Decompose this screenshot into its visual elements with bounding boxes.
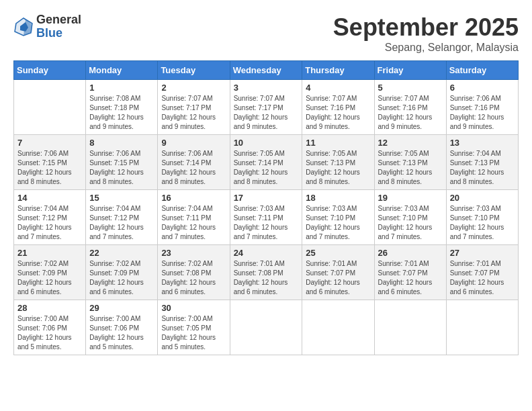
day-number: 11 [306, 138, 370, 148]
calendar-cell: 8Sunrise: 7:06 AMSunset: 7:15 PMDaylight… [86, 135, 158, 190]
month-title: September 2025 [333, 13, 519, 42]
weekday-header-friday: Friday [374, 61, 446, 80]
calendar-week-5: 28Sunrise: 7:00 AMSunset: 7:06 PMDayligh… [14, 300, 519, 355]
calendar-cell: 20Sunrise: 7:03 AMSunset: 7:10 PMDayligh… [446, 190, 518, 245]
calendar-cell: 21Sunrise: 7:02 AMSunset: 7:09 PMDayligh… [14, 245, 86, 300]
day-number: 15 [89, 193, 154, 203]
day-number: 30 [161, 303, 226, 313]
day-number: 22 [89, 248, 154, 258]
calendar-cell [374, 300, 446, 355]
day-number: 14 [17, 193, 82, 203]
day-info: Sunrise: 7:05 AMSunset: 7:13 PMDaylight:… [378, 149, 443, 187]
calendar-cell: 30Sunrise: 7:00 AMSunset: 7:05 PMDayligh… [158, 300, 230, 355]
day-info: Sunrise: 7:06 AMSunset: 7:15 PMDaylight:… [89, 149, 154, 187]
day-number: 27 [450, 248, 515, 258]
day-number: 29 [89, 303, 154, 313]
day-info: Sunrise: 7:04 AMSunset: 7:11 PMDaylight:… [161, 204, 226, 242]
day-number: 8 [89, 138, 154, 148]
day-number: 25 [306, 248, 370, 258]
day-info: Sunrise: 7:06 AMSunset: 7:15 PMDaylight:… [17, 149, 82, 187]
calendar-cell: 1Sunrise: 7:08 AMSunset: 7:18 PMDaylight… [86, 80, 158, 135]
day-info: Sunrise: 7:02 AMSunset: 7:09 PMDaylight:… [89, 259, 154, 297]
day-info: Sunrise: 7:03 AMSunset: 7:10 PMDaylight:… [450, 204, 515, 242]
day-number: 1 [89, 83, 154, 93]
day-info: Sunrise: 7:00 AMSunset: 7:05 PMDaylight:… [161, 314, 226, 352]
day-number: 13 [450, 138, 515, 148]
calendar-cell: 2Sunrise: 7:07 AMSunset: 7:17 PMDaylight… [158, 80, 230, 135]
calendar-cell: 28Sunrise: 7:00 AMSunset: 7:06 PMDayligh… [14, 300, 86, 355]
day-number: 28 [17, 303, 82, 313]
day-number: 2 [161, 83, 226, 93]
day-number: 3 [234, 83, 299, 93]
calendar-cell: 26Sunrise: 7:01 AMSunset: 7:07 PMDayligh… [374, 245, 446, 300]
calendar-week-1: 1Sunrise: 7:08 AMSunset: 7:18 PMDaylight… [14, 80, 519, 135]
day-info: Sunrise: 7:04 AMSunset: 7:12 PMDaylight:… [17, 204, 82, 242]
day-info: Sunrise: 7:03 AMSunset: 7:10 PMDaylight:… [306, 204, 370, 242]
logo-blue: Blue [36, 27, 81, 40]
weekday-header-sunday: Sunday [14, 61, 86, 80]
calendar-cell: 13Sunrise: 7:04 AMSunset: 7:13 PMDayligh… [446, 135, 518, 190]
calendar-week-3: 14Sunrise: 7:04 AMSunset: 7:12 PMDayligh… [14, 190, 519, 245]
calendar-cell: 24Sunrise: 7:01 AMSunset: 7:08 PMDayligh… [230, 245, 302, 300]
calendar-cell: 25Sunrise: 7:01 AMSunset: 7:07 PMDayligh… [302, 245, 374, 300]
calendar-cell: 19Sunrise: 7:03 AMSunset: 7:10 PMDayligh… [374, 190, 446, 245]
title-area: September 2025 Sepang, Selangor, Malaysi… [333, 13, 519, 54]
location-title: Sepang, Selangor, Malaysia [333, 42, 519, 54]
calendar-cell: 16Sunrise: 7:04 AMSunset: 7:11 PMDayligh… [158, 190, 230, 245]
day-number: 18 [306, 193, 370, 203]
calendar-cell: 7Sunrise: 7:06 AMSunset: 7:15 PMDaylight… [14, 135, 86, 190]
day-number: 24 [234, 248, 299, 258]
day-number: 4 [306, 83, 370, 93]
calendar-cell [230, 300, 302, 355]
calendar-cell: 6Sunrise: 7:06 AMSunset: 7:16 PMDaylight… [446, 80, 518, 135]
calendar-cell: 9Sunrise: 7:06 AMSunset: 7:14 PMDaylight… [158, 135, 230, 190]
day-number: 10 [234, 138, 299, 148]
day-info: Sunrise: 7:07 AMSunset: 7:17 PMDaylight:… [234, 94, 299, 132]
calendar-cell: 11Sunrise: 7:05 AMSunset: 7:13 PMDayligh… [302, 135, 374, 190]
day-info: Sunrise: 7:01 AMSunset: 7:07 PMDaylight:… [450, 259, 515, 297]
day-number: 19 [378, 193, 443, 203]
day-info: Sunrise: 7:06 AMSunset: 7:14 PMDaylight:… [161, 149, 226, 187]
day-info: Sunrise: 7:01 AMSunset: 7:07 PMDaylight:… [306, 259, 370, 297]
calendar-cell [302, 300, 374, 355]
day-number: 5 [378, 83, 443, 93]
weekday-header-row: SundayMondayTuesdayWednesdayThursdayFrid… [14, 61, 519, 80]
calendar-cell: 23Sunrise: 7:02 AMSunset: 7:08 PMDayligh… [158, 245, 230, 300]
logo-icon [13, 17, 34, 37]
day-info: Sunrise: 7:01 AMSunset: 7:07 PMDaylight:… [378, 259, 443, 297]
calendar-cell: 17Sunrise: 7:03 AMSunset: 7:11 PMDayligh… [230, 190, 302, 245]
day-number: 6 [450, 83, 515, 93]
day-info: Sunrise: 7:02 AMSunset: 7:09 PMDaylight:… [17, 259, 82, 297]
day-info: Sunrise: 7:00 AMSunset: 7:06 PMDaylight:… [17, 314, 82, 352]
day-number: 17 [234, 193, 299, 203]
weekday-header-monday: Monday [86, 61, 158, 80]
day-info: Sunrise: 7:04 AMSunset: 7:12 PMDaylight:… [89, 204, 154, 242]
day-info: Sunrise: 7:02 AMSunset: 7:08 PMDaylight:… [161, 259, 226, 297]
day-info: Sunrise: 7:00 AMSunset: 7:06 PMDaylight:… [89, 314, 154, 352]
calendar-cell: 29Sunrise: 7:00 AMSunset: 7:06 PMDayligh… [86, 300, 158, 355]
day-info: Sunrise: 7:07 AMSunset: 7:17 PMDaylight:… [161, 94, 226, 132]
calendar-cell: 27Sunrise: 7:01 AMSunset: 7:07 PMDayligh… [446, 245, 518, 300]
calendar-cell: 12Sunrise: 7:05 AMSunset: 7:13 PMDayligh… [374, 135, 446, 190]
calendar-week-2: 7Sunrise: 7:06 AMSunset: 7:15 PMDaylight… [14, 135, 519, 190]
day-number: 26 [378, 248, 443, 258]
day-number: 7 [17, 138, 82, 148]
page-header: General Blue September 2025 Sepang, Sela… [13, 13, 519, 54]
calendar-body: 1Sunrise: 7:08 AMSunset: 7:18 PMDaylight… [14, 80, 519, 355]
day-number: 23 [161, 248, 226, 258]
calendar-cell: 10Sunrise: 7:05 AMSunset: 7:14 PMDayligh… [230, 135, 302, 190]
day-info: Sunrise: 7:03 AMSunset: 7:11 PMDaylight:… [234, 204, 299, 242]
calendar-cell: 15Sunrise: 7:04 AMSunset: 7:12 PMDayligh… [86, 190, 158, 245]
calendar-table: SundayMondayTuesdayWednesdayThursdayFrid… [13, 60, 519, 355]
day-info: Sunrise: 7:04 AMSunset: 7:13 PMDaylight:… [450, 149, 515, 187]
day-info: Sunrise: 7:05 AMSunset: 7:13 PMDaylight:… [306, 149, 370, 187]
day-info: Sunrise: 7:07 AMSunset: 7:16 PMDaylight:… [378, 94, 443, 132]
weekday-header-thursday: Thursday [302, 61, 374, 80]
weekday-header-wednesday: Wednesday [230, 61, 302, 80]
day-info: Sunrise: 7:06 AMSunset: 7:16 PMDaylight:… [450, 94, 515, 132]
day-info: Sunrise: 7:01 AMSunset: 7:08 PMDaylight:… [234, 259, 299, 297]
day-number: 16 [161, 193, 226, 203]
calendar-cell: 5Sunrise: 7:07 AMSunset: 7:16 PMDaylight… [374, 80, 446, 135]
calendar-cell [14, 80, 86, 135]
day-info: Sunrise: 7:07 AMSunset: 7:16 PMDaylight:… [306, 94, 370, 132]
